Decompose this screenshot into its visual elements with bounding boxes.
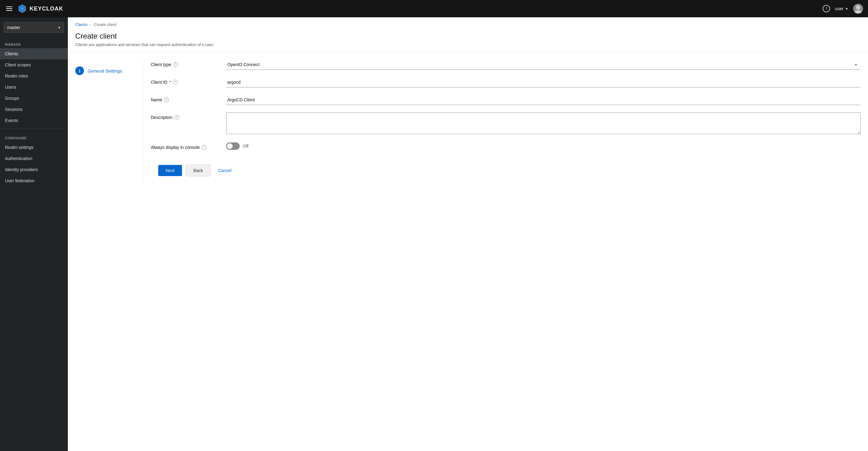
- sidebar-item-events[interactable]: Events: [0, 115, 68, 126]
- page-header: Create client Clients are applications a…: [68, 29, 868, 52]
- user-menu[interactable]: user ▼: [835, 6, 848, 11]
- step-1: 1 General Settings: [75, 63, 143, 78]
- name-label: Name ?: [151, 97, 219, 102]
- client-type-select-wrapper: OpenID Connect SAML: [226, 60, 861, 70]
- description-label-col: Description ?: [151, 112, 219, 120]
- app-logo: KEYCLOAK: [17, 4, 63, 13]
- avatar[interactable]: [853, 4, 863, 13]
- always-display-label-col: Always display in console ?: [151, 142, 219, 150]
- client-id-row: Client ID * ?: [151, 77, 861, 87]
- name-label-col: Name ?: [151, 95, 219, 102]
- client-id-control: [226, 77, 861, 87]
- topbar: KEYCLOAK ? user ▼: [0, 0, 868, 17]
- toggle-slider: [226, 142, 240, 150]
- sidebar-section-manage: Manage: [0, 38, 68, 48]
- sidebar-section-configure: Configure: [0, 131, 68, 142]
- always-display-toggle[interactable]: [226, 142, 240, 150]
- client-id-label: Client ID * ?: [151, 80, 219, 85]
- client-id-required: *: [169, 80, 171, 85]
- client-id-label-col: Client ID * ?: [151, 77, 219, 85]
- hamburger-menu[interactable]: [5, 5, 13, 12]
- back-button[interactable]: Back: [186, 165, 211, 176]
- breadcrumb-current: Create client: [94, 22, 116, 27]
- page-title: Create client: [75, 32, 861, 40]
- app-name: KEYCLOAK: [30, 5, 63, 12]
- action-bar: Next Back Cancel: [151, 157, 861, 184]
- description-textarea[interactable]: [226, 112, 861, 134]
- sidebar: master ▼ Manage Clients Client scopes Re…: [0, 17, 68, 451]
- description-control: [226, 112, 861, 135]
- realm-chevron-icon: ▼: [58, 26, 61, 29]
- always-display-control: Off: [226, 142, 861, 150]
- topbar-right: ? user ▼: [823, 4, 863, 13]
- content-area: Clients › Create client Create client Cl…: [68, 17, 868, 451]
- breadcrumb-separator: ›: [90, 22, 91, 27]
- realm-name: master: [7, 25, 20, 30]
- sidebar-item-client-scopes[interactable]: Client scopes: [0, 59, 68, 71]
- sidebar-item-user-federation[interactable]: User federation: [0, 175, 68, 186]
- form-fields: Client type ? OpenID Connect SAML: [143, 60, 861, 184]
- user-chevron-icon: ▼: [845, 7, 848, 10]
- sidebar-item-authentication[interactable]: Authentication: [0, 153, 68, 164]
- sidebar-item-sessions[interactable]: Sessions: [0, 104, 68, 115]
- svg-point-3: [856, 5, 860, 9]
- breadcrumb: Clients › Create client: [68, 17, 868, 29]
- client-id-input[interactable]: [226, 77, 861, 87]
- sidebar-item-users[interactable]: Users: [0, 82, 68, 93]
- name-control: [226, 95, 861, 105]
- always-display-label: Always display in console ?: [151, 145, 219, 150]
- sidebar-item-realm-roles[interactable]: Realm roles: [0, 71, 68, 82]
- always-display-help-icon[interactable]: ?: [202, 145, 207, 150]
- breadcrumb-parent-link[interactable]: Clients: [75, 22, 88, 27]
- help-button[interactable]: ?: [823, 5, 830, 12]
- name-row: Name ?: [151, 95, 861, 105]
- description-row: Description ?: [151, 112, 861, 135]
- description-label: Description ?: [151, 115, 219, 120]
- client-type-label-col: Client type ?: [151, 60, 219, 67]
- next-button[interactable]: Next: [158, 165, 182, 176]
- client-type-control: OpenID Connect SAML: [226, 60, 861, 70]
- name-help-icon[interactable]: ?: [164, 97, 169, 102]
- realm-selector[interactable]: master ▼: [4, 22, 64, 33]
- client-type-label: Client type ?: [151, 62, 219, 67]
- sidebar-divider: [0, 129, 68, 129]
- page-description: Clients are applications and services th…: [75, 42, 861, 47]
- svg-point-4: [855, 10, 862, 13]
- sidebar-item-identity-providers[interactable]: Identity providers: [0, 164, 68, 175]
- sidebar-item-realm-settings[interactable]: Realm settings: [0, 142, 68, 153]
- sidebar-item-groups[interactable]: Groups: [0, 93, 68, 104]
- sidebar-item-clients[interactable]: Clients: [0, 48, 68, 59]
- client-type-help-icon[interactable]: ?: [173, 62, 178, 67]
- user-label: user: [835, 6, 843, 11]
- client-id-help-icon[interactable]: ?: [173, 80, 178, 85]
- description-help-icon[interactable]: ?: [174, 115, 179, 120]
- client-type-row: Client type ? OpenID Connect SAML: [151, 60, 861, 70]
- keycloak-logo-icon: [17, 4, 27, 13]
- always-display-row: Always display in console ? Off: [151, 142, 861, 150]
- main-layout: master ▼ Manage Clients Client scopes Re…: [0, 17, 868, 451]
- steps-panel: 1 General Settings: [75, 60, 143, 184]
- step-1-circle: 1: [75, 66, 84, 75]
- client-type-select[interactable]: OpenID Connect SAML: [226, 60, 861, 69]
- always-display-off-label: Off: [243, 144, 248, 148]
- step-1-label: General Settings: [88, 68, 122, 74]
- name-input[interactable]: [226, 95, 861, 105]
- toggle-row: Off: [226, 142, 861, 150]
- form-container: 1 General Settings Client type ?: [68, 52, 868, 191]
- cancel-button[interactable]: Cancel: [214, 165, 235, 176]
